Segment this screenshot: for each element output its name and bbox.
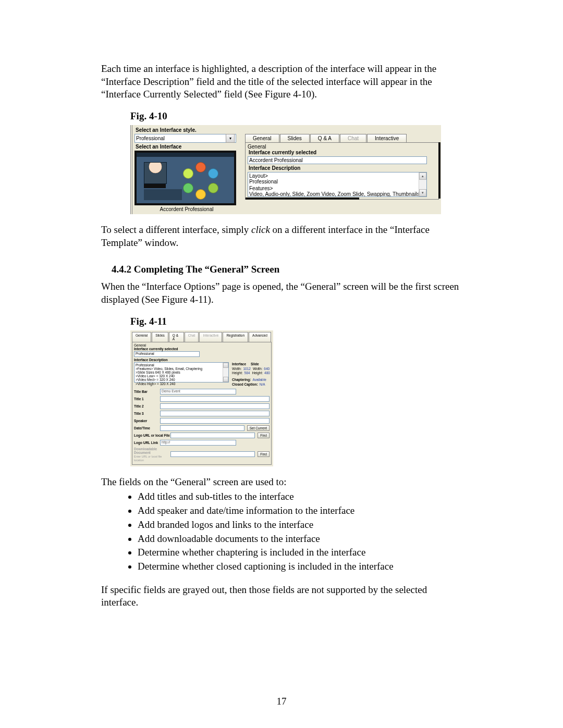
fig410-pane: General Interface currently selected Acc… <box>245 142 439 200</box>
label-logo-url: Logo URL or local File <box>134 434 170 437</box>
desc-line: >Features> Video, Slides, Email, Chapter… <box>136 367 221 371</box>
desc-line: Features> <box>249 186 425 191</box>
meta-panel: Interface Slide Width:1012 Width:640 Hei… <box>232 362 270 387</box>
label-dl-doc: Downloadable Document <box>134 447 157 454</box>
row-title-3: Title 3 <box>134 411 270 416</box>
label-logo-link: Logo URL Link <box>134 441 160 445</box>
ics-field[interactable]: Accordent Professional <box>248 156 427 164</box>
input-title-2[interactable] <box>160 403 270 409</box>
fig-4-10: Select an Interface style. Professional … <box>130 125 441 214</box>
desc-line: >Slide Sizes 640 X 480 pixels <box>136 371 221 374</box>
label-title-bar: Title Bar <box>134 390 160 393</box>
meta-slide-hdr: Slide <box>251 362 259 366</box>
scroll-up-icon[interactable]: ▴ <box>419 172 426 180</box>
label-title-2: Title 2 <box>134 404 160 408</box>
find-doc-button[interactable]: Find <box>258 451 270 457</box>
tab-qa[interactable]: Q & A <box>310 134 339 142</box>
tab-qa[interactable]: Q & A <box>169 332 184 342</box>
list-item: Add downloadable documents to the interf… <box>138 533 462 546</box>
callout-bracket-icon <box>438 142 440 199</box>
intro-paragraph: Each time an interface is highlighted, a… <box>101 63 462 101</box>
desc-textarea[interactable]: Professional >Features> Video, Slides, E… <box>134 362 229 382</box>
tab-slides[interactable]: Slides <box>152 332 168 342</box>
list-item: Determine whether chaptering is included… <box>138 546 462 559</box>
interface-template-preview[interactable] <box>134 151 236 205</box>
para-after-fig410: To select a different interface, simply … <box>101 224 462 249</box>
scroll-down-icon[interactable]: ▾ <box>419 189 426 196</box>
fig-4-10-caption: Fig. 4-10 <box>130 110 462 122</box>
desc-line: Layout> <box>249 173 425 179</box>
desc-line: >Video Med> = 320 X 240 <box>136 378 221 381</box>
row-logo-link: Logo URL Link http:// <box>134 440 270 446</box>
scroll-up-icon[interactable] <box>223 363 228 368</box>
tab-registration[interactable]: Registration <box>223 332 248 342</box>
input-datetime[interactable] <box>160 425 244 431</box>
desc-line: Professional <box>136 363 221 367</box>
tab-slides[interactable]: Slides <box>280 134 310 142</box>
group-label: General <box>134 343 270 347</box>
ics-label: Interface currently selected <box>134 347 270 351</box>
input-speaker[interactable] <box>160 418 270 424</box>
tab-interactive[interactable]: Interactive <box>367 134 407 142</box>
tab-chat: Chat <box>185 332 199 342</box>
para-fields-intro: The fields on the “General” screen are u… <box>101 476 462 489</box>
page-number: 17 <box>0 696 563 707</box>
set-current-button[interactable]: Set Current <box>247 425 270 431</box>
find-logo-button[interactable]: Find <box>258 433 270 438</box>
scrollbar[interactable] <box>223 363 228 382</box>
input-title-bar[interactable]: Demo Event <box>160 389 236 394</box>
row-dl-doc: Downloadable Document Enter URL or local… <box>134 447 270 462</box>
ics-field[interactable]: Professional <box>134 351 200 357</box>
scrollbar[interactable]: ▴ ▾ <box>419 172 426 196</box>
section-heading: 4.4.2 Completing The “General” Screen <box>112 264 462 275</box>
fig411-pane: General Interface currently selected Pro… <box>132 342 272 465</box>
fig-4-11: General Slides Q & A Chat Interactive Re… <box>130 330 273 466</box>
tab-general[interactable]: General <box>245 134 279 142</box>
fig410-tabs: General Slides Q & A Chat Interactive <box>245 134 439 142</box>
select-interface-label: Select an Interface <box>136 144 239 150</box>
desc-line: >Video Low> = 320 X 240 <box>136 374 221 378</box>
input-dl-doc <box>170 451 255 457</box>
label-title-1: Title 1 <box>134 397 160 401</box>
style-dropdown[interactable]: Professional ▾ <box>134 134 236 143</box>
label-speaker: Speaker <box>134 419 160 423</box>
tab-interactive: Interactive <box>199 332 222 342</box>
list-item: Add branded logos and links to the inter… <box>138 519 462 532</box>
meta-interface-hdr: Interface <box>232 362 251 366</box>
style-value: Professional <box>136 135 165 141</box>
chevron-down-icon[interactable]: ▾ <box>226 134 235 143</box>
list-item: Determine whether closed captioning is i… <box>138 560 462 573</box>
label-datetime: Date/Time <box>134 426 160 430</box>
group-label: General <box>248 144 436 150</box>
desc-line: Professional <box>249 179 425 184</box>
row-datetime: Date/Time Set Current <box>134 425 270 431</box>
para-grayed-out: If specific fields are grayed out, then … <box>101 584 462 609</box>
video-preview-icon <box>144 162 167 184</box>
input-title-3[interactable] <box>160 411 270 416</box>
fig-4-11-caption: Fig. 4-11 <box>130 316 462 327</box>
input-logo-url[interactable] <box>170 433 255 438</box>
list-item: Add titles and sub-titles to the interfa… <box>138 490 462 503</box>
list-item: Add speaker and date/time information to… <box>138 504 462 517</box>
callout-underline-icon <box>246 198 359 200</box>
input-logo-link[interactable]: http:// <box>160 440 236 446</box>
desc-line: Video, Audio-only, Slide, Zoom Video, Zo… <box>249 191 425 197</box>
desc-label: Interface Description <box>134 358 270 362</box>
row-title-2: Title 2 <box>134 403 270 409</box>
hint-dl-doc: Enter URL or local file location <box>134 455 162 462</box>
select-style-label: Select an Interface style. <box>136 127 439 133</box>
tab-advanced[interactable]: Advanced <box>249 332 271 342</box>
slide-preview-icon <box>181 162 219 201</box>
ics-label: Interface currently selected <box>249 150 436 155</box>
row-title-1: Title 1 <box>134 396 270 402</box>
input-title-1[interactable] <box>160 396 270 402</box>
desc-label: Interface Description <box>249 165 436 171</box>
row-speaker: Speaker <box>134 418 270 424</box>
desc-textarea[interactable]: Layout> Professional Features> Video, Au… <box>248 172 427 197</box>
desc-line: >Video High> = 320 X 240 <box>136 382 221 386</box>
label-title-3: Title 3 <box>134 412 160 415</box>
template-caption: Accordent Professional <box>134 206 239 212</box>
tab-chat: Chat <box>340 134 366 142</box>
scroll-down-icon[interactable] <box>223 377 228 382</box>
tab-general[interactable]: General <box>132 332 151 342</box>
